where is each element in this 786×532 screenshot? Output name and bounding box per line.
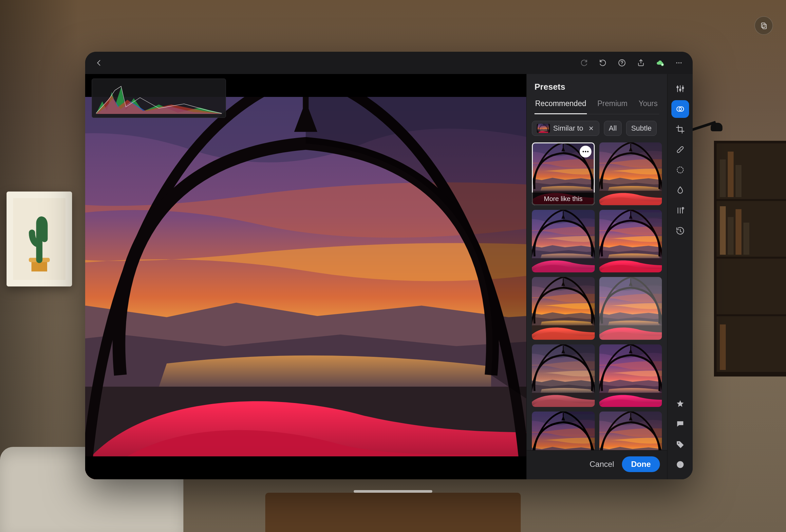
filter-subtle-chip[interactable]: Subtle bbox=[626, 121, 656, 136]
bookshelf bbox=[714, 141, 786, 377]
svg-point-20 bbox=[677, 87, 678, 88]
preset-thumb-icon bbox=[532, 344, 595, 407]
photo-image-icon bbox=[85, 74, 526, 479]
red-eye-tool[interactable] bbox=[671, 182, 689, 199]
presets-icon bbox=[676, 104, 685, 114]
undo-button[interactable] bbox=[597, 57, 609, 69]
preset-item-5[interactable] bbox=[532, 277, 595, 340]
rating-tool[interactable] bbox=[671, 395, 689, 412]
cloud-add-icon bbox=[656, 58, 664, 67]
chip-thumb-icon bbox=[537, 124, 550, 133]
presets-panel: Presets Recommended Premium Yours Simila… bbox=[526, 74, 667, 479]
chip-thumbnail bbox=[537, 124, 550, 133]
keywords-tool[interactable] bbox=[671, 435, 689, 453]
panel-title: Presets bbox=[534, 82, 659, 92]
svg-point-9 bbox=[676, 62, 677, 63]
preset-item-9[interactable] bbox=[532, 412, 595, 450]
preset-item-3[interactable] bbox=[532, 210, 595, 273]
geometry-icon bbox=[676, 206, 685, 215]
preset-grid-scroll[interactable]: More like this bbox=[527, 142, 667, 450]
environment-control-button[interactable] bbox=[755, 16, 773, 35]
preset-item-6[interactable] bbox=[599, 277, 662, 340]
svg-rect-3 bbox=[763, 24, 766, 29]
tab-yours[interactable]: Yours bbox=[638, 99, 658, 114]
preset-item-4[interactable] bbox=[599, 210, 662, 273]
edit-sliders-tool[interactable] bbox=[671, 80, 689, 98]
preset-item-10[interactable] bbox=[599, 412, 662, 450]
tool-rail bbox=[667, 74, 693, 479]
back-button[interactable] bbox=[93, 57, 105, 69]
star-icon bbox=[676, 399, 685, 408]
cancel-button[interactable]: Cancel bbox=[590, 460, 614, 469]
svg-rect-2 bbox=[761, 23, 765, 27]
preset-item-8[interactable] bbox=[599, 344, 662, 407]
preset-thumb-icon bbox=[599, 277, 662, 340]
redo-button[interactable] bbox=[578, 57, 590, 69]
preset-thumb-icon bbox=[599, 142, 662, 205]
bandage-icon bbox=[676, 145, 685, 154]
masking-tool[interactable] bbox=[671, 161, 689, 179]
photo-canvas[interactable] bbox=[85, 74, 526, 479]
preset-thumb-icon bbox=[599, 210, 662, 273]
crop-icon bbox=[676, 125, 685, 134]
tab-premium[interactable]: Premium bbox=[597, 99, 628, 114]
photo bbox=[85, 74, 526, 479]
svg-point-21 bbox=[679, 89, 681, 91]
tab-recommended[interactable]: Recommended bbox=[534, 99, 587, 114]
done-button[interactable]: Done bbox=[622, 456, 660, 472]
preset-grid: More like this bbox=[532, 142, 662, 450]
info-tool[interactable] bbox=[671, 456, 689, 474]
histogram-icon bbox=[96, 81, 222, 115]
preset-item-1[interactable]: More like this bbox=[532, 142, 595, 205]
filter-all-chip[interactable]: All bbox=[604, 121, 622, 136]
versions-tool[interactable] bbox=[671, 222, 689, 240]
history-icon bbox=[676, 226, 685, 235]
svg-rect-35 bbox=[679, 464, 680, 466]
cactus-art-icon bbox=[13, 198, 66, 280]
chip-label: Subtle bbox=[631, 124, 651, 132]
share-button[interactable] bbox=[635, 57, 647, 69]
chip-label: All bbox=[609, 124, 617, 132]
comments-tool[interactable] bbox=[671, 415, 689, 433]
top-toolbar bbox=[85, 52, 693, 74]
preset-thumb-icon bbox=[532, 277, 595, 340]
preset-thumb-icon bbox=[532, 412, 595, 450]
info-icon bbox=[676, 460, 685, 469]
histogram[interactable] bbox=[92, 78, 226, 118]
app-window: Presets Recommended Premium Yours Simila… bbox=[85, 52, 693, 479]
tv-stand bbox=[265, 493, 521, 532]
svg-point-15 bbox=[584, 151, 586, 152]
preset-more-button[interactable] bbox=[580, 146, 592, 158]
preset-item-7[interactable] bbox=[532, 344, 595, 407]
svg-point-7 bbox=[622, 65, 622, 65]
home-indicator[interactable] bbox=[354, 490, 432, 493]
preset-item-2[interactable] bbox=[599, 142, 662, 205]
chip-remove-button[interactable] bbox=[588, 125, 595, 131]
svg-point-27 bbox=[677, 167, 683, 173]
similar-to-chip[interactable]: Similar to bbox=[532, 121, 599, 136]
svg-point-22 bbox=[682, 87, 684, 89]
help-button[interactable] bbox=[616, 57, 628, 69]
more-button[interactable] bbox=[673, 57, 685, 69]
cloud-sync-button[interactable] bbox=[654, 57, 666, 69]
droplet-icon bbox=[676, 186, 685, 195]
wall-art bbox=[6, 192, 72, 287]
undo-icon bbox=[599, 58, 607, 67]
sliders-icon bbox=[676, 84, 685, 93]
presets-tool[interactable] bbox=[671, 100, 689, 118]
preset-thumb-icon bbox=[599, 412, 662, 450]
close-icon bbox=[589, 126, 594, 130]
svg-point-16 bbox=[587, 151, 588, 152]
layers-icon bbox=[760, 22, 768, 29]
svg-point-10 bbox=[678, 62, 679, 63]
svg-point-36 bbox=[679, 462, 680, 463]
more-horizontal-icon bbox=[582, 151, 589, 152]
crop-tool[interactable] bbox=[671, 120, 689, 138]
svg-point-31 bbox=[682, 207, 684, 209]
preset-thumb-icon bbox=[532, 210, 595, 273]
tag-icon bbox=[676, 440, 685, 449]
geometry-tool[interactable] bbox=[671, 202, 689, 219]
svg-point-14 bbox=[582, 151, 584, 152]
healing-tool[interactable] bbox=[671, 141, 689, 159]
comment-icon bbox=[676, 419, 685, 429]
